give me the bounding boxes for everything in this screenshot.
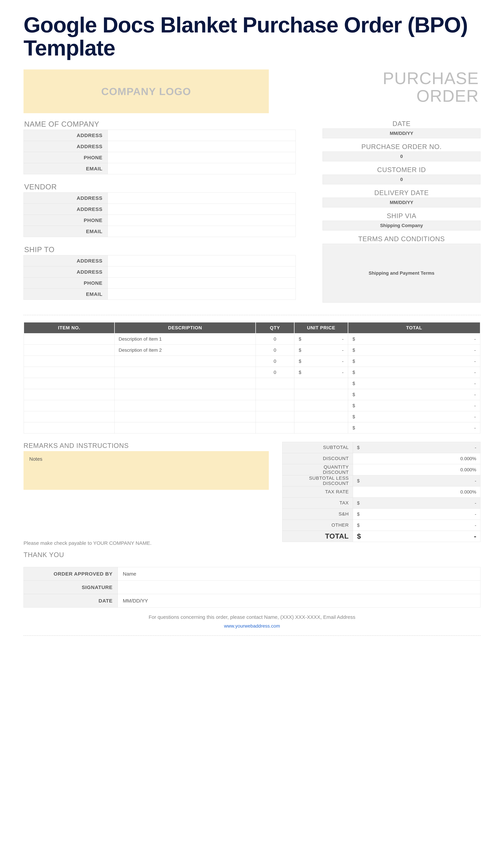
unit-price-cell[interactable] (294, 400, 348, 411)
description-cell[interactable] (114, 422, 256, 433)
table-row: $- (24, 378, 480, 389)
shipto-email-value[interactable] (108, 289, 296, 300)
unit-price-cell[interactable] (294, 411, 348, 422)
items-header-qty: QTY (256, 322, 294, 333)
po-number-label: PURCHASE ORDER NO. (323, 143, 481, 151)
vendor-phone-value[interactable] (108, 215, 296, 226)
totals-value[interactable]: $- (353, 442, 481, 453)
totals-value[interactable]: 0.000% (353, 453, 481, 464)
table-row: $- (24, 389, 480, 400)
shipto-phone-value[interactable] (108, 277, 296, 289)
vendor-info-table: ADDRESS ADDRESS PHONE EMAIL (23, 192, 296, 237)
delivery-date-value[interactable]: MM/DD/YY (323, 198, 481, 207)
item-no-cell[interactable] (24, 367, 114, 378)
description-cell[interactable] (114, 389, 256, 400)
qty-cell[interactable] (256, 411, 294, 422)
company-address-value[interactable] (108, 130, 296, 141)
vendor-address-value[interactable] (108, 193, 296, 204)
company-email-value[interactable] (108, 163, 296, 174)
description-cell[interactable] (114, 378, 256, 389)
line-total-cell[interactable]: $- (348, 422, 480, 433)
unit-price-cell[interactable]: $- (294, 367, 348, 378)
description-cell[interactable] (114, 356, 256, 367)
qty-cell[interactable]: 0 (256, 356, 294, 367)
line-total-cell[interactable]: $- (348, 356, 480, 367)
unit-price-cell[interactable] (294, 389, 348, 400)
totals-value[interactable]: $- (353, 475, 481, 486)
totals-label: OTHER (283, 520, 353, 531)
totals-value[interactable]: $- (353, 498, 481, 509)
line-total-cell[interactable]: $- (348, 345, 480, 356)
shipto-address2-value[interactable] (108, 267, 296, 277)
vendor-address2-value[interactable] (108, 204, 296, 215)
item-no-cell[interactable] (24, 389, 114, 400)
description-cell[interactable] (114, 367, 256, 378)
line-total-cell[interactable]: $- (348, 411, 480, 422)
date-value[interactable]: MM/DD/YY (323, 128, 481, 138)
customer-id-value[interactable]: 0 (323, 175, 481, 184)
item-no-cell[interactable] (24, 356, 114, 367)
unit-price-cell[interactable] (294, 422, 348, 433)
table-row: 0$-$- (24, 367, 480, 378)
qty-cell[interactable]: 0 (256, 345, 294, 356)
description-cell[interactable]: Description of Item 2 (114, 345, 256, 356)
totals-value[interactable]: $- (353, 520, 481, 531)
company-phone-label: PHONE (24, 152, 108, 163)
line-total-cell[interactable]: $- (348, 367, 480, 378)
ship-via-value[interactable]: Shipping Company (323, 221, 481, 230)
shipto-phone-label: PHONE (24, 277, 108, 289)
grand-total-value[interactable]: $- (353, 531, 481, 542)
vendor-address2-label: ADDRESS (24, 204, 108, 215)
unit-price-cell[interactable]: $- (294, 356, 348, 367)
po-number-value[interactable]: 0 (323, 152, 481, 161)
totals-row-tax: TAX$- (283, 498, 481, 509)
company-address2-value[interactable] (108, 141, 296, 152)
line-total-cell[interactable]: $- (348, 378, 480, 389)
qty-cell[interactable] (256, 378, 294, 389)
item-no-cell[interactable] (24, 411, 114, 422)
items-header-unitprice: UNIT PRICE (294, 322, 348, 333)
shipto-address-value[interactable] (108, 255, 296, 267)
vendor-email-value[interactable] (108, 226, 296, 237)
unit-price-cell[interactable]: $- (294, 345, 348, 356)
approved-by-value[interactable]: Name (118, 567, 481, 581)
qty-cell[interactable] (256, 389, 294, 400)
totals-value[interactable]: 0.000% (353, 464, 481, 475)
description-cell[interactable] (114, 411, 256, 422)
totals-row-qty_discount: QUANTITYDISCOUNT0.000% (283, 464, 481, 475)
thank-you-text: THANK YOU (23, 551, 269, 559)
qty-cell[interactable]: 0 (256, 367, 294, 378)
vendor-address-label: ADDRESS (24, 193, 108, 204)
totals-row-tax_rate: TAX RATE0.000% (283, 486, 481, 498)
item-no-cell[interactable] (24, 378, 114, 389)
line-total-cell[interactable]: $- (348, 400, 480, 411)
footer-url[interactable]: www.yourwebaddress.com (23, 623, 481, 629)
unit-price-cell[interactable] (294, 378, 348, 389)
unit-price-cell[interactable]: $- (294, 333, 348, 345)
totals-row-subtotal_less: SUBTOTAL LESSDISCOUNT$- (283, 475, 481, 486)
approval-date-value[interactable]: MM/DD/YY (118, 594, 481, 607)
item-no-cell[interactable] (24, 422, 114, 433)
description-cell[interactable]: Description of Item 1 (114, 333, 256, 345)
items-header-total: TOTAL (348, 322, 480, 333)
table-row: $- (24, 411, 480, 422)
totals-value[interactable]: $- (353, 509, 481, 520)
item-no-cell[interactable] (24, 333, 114, 345)
remarks-notes[interactable]: Notes (23, 451, 269, 490)
line-total-cell[interactable]: $- (348, 389, 480, 400)
totals-label: DISCOUNT (283, 453, 353, 464)
company-phone-value[interactable] (108, 152, 296, 163)
qty-cell[interactable] (256, 422, 294, 433)
qty-cell[interactable] (256, 400, 294, 411)
terms-value[interactable]: Shipping and Payment Terms (323, 244, 481, 303)
item-no-cell[interactable] (24, 400, 114, 411)
signature-value[interactable] (118, 581, 481, 594)
shipto-address2-label: ADDRESS (24, 267, 108, 277)
totals-row-grand: TOTAL$- (283, 531, 481, 542)
qty-cell[interactable]: 0 (256, 333, 294, 345)
line-total-cell[interactable]: $- (348, 333, 480, 345)
description-cell[interactable] (114, 400, 256, 411)
item-no-cell[interactable] (24, 345, 114, 356)
date-label: DATE (323, 120, 481, 127)
totals-value[interactable]: 0.000% (353, 486, 481, 498)
